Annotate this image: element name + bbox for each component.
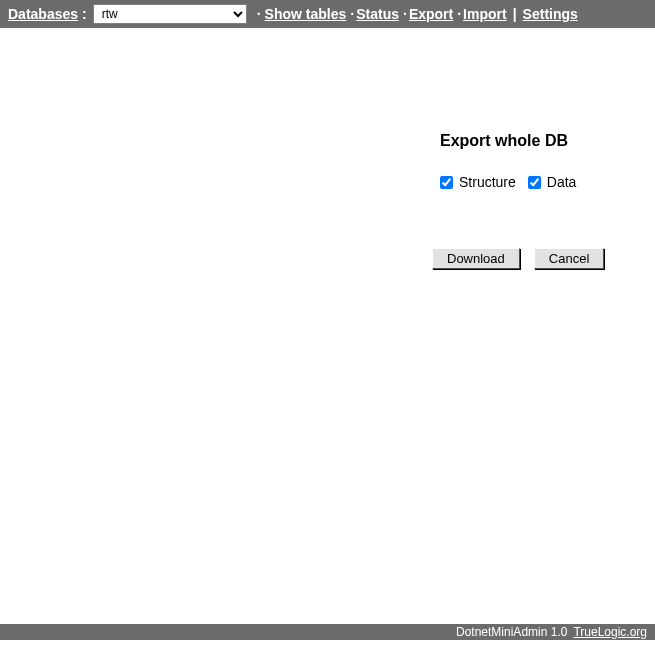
dot-sep: · bbox=[457, 6, 461, 22]
export-link[interactable]: Export bbox=[409, 6, 453, 22]
status-link[interactable]: Status bbox=[356, 6, 399, 22]
databases-link[interactable]: Databases bbox=[8, 6, 78, 22]
dot-sep: · bbox=[403, 6, 407, 22]
export-options: Structure Data bbox=[440, 174, 576, 190]
show-tables-link[interactable]: Show tables bbox=[265, 6, 347, 22]
settings-link[interactable]: Settings bbox=[523, 6, 578, 22]
dot-sep: · bbox=[350, 6, 354, 22]
colon: : bbox=[82, 6, 87, 22]
footer: DotnetMiniAdmin 1.0 TrueLogic.org bbox=[0, 622, 655, 640]
cancel-button[interactable]: Cancel bbox=[534, 248, 604, 269]
pipe-sep: | bbox=[513, 6, 517, 22]
data-checkbox[interactable] bbox=[528, 176, 541, 189]
data-label: Data bbox=[547, 174, 577, 190]
structure-label: Structure bbox=[459, 174, 516, 190]
button-row: Download Cancel bbox=[432, 248, 604, 269]
database-select[interactable]: rtw bbox=[93, 4, 247, 24]
footer-app: DotnetMiniAdmin 1.0 bbox=[456, 625, 567, 639]
page-title: Export whole DB bbox=[440, 132, 576, 150]
topbar: Databases : rtw ·Show tables ·Status ·Ex… bbox=[0, 0, 655, 28]
footer-link[interactable]: TrueLogic.org bbox=[573, 625, 647, 639]
export-panel: Export whole DB Structure Data bbox=[440, 132, 576, 190]
dot-sep: · bbox=[257, 6, 261, 22]
import-link[interactable]: Import bbox=[463, 6, 507, 22]
structure-checkbox[interactable] bbox=[440, 176, 453, 189]
download-button[interactable]: Download bbox=[432, 248, 520, 269]
